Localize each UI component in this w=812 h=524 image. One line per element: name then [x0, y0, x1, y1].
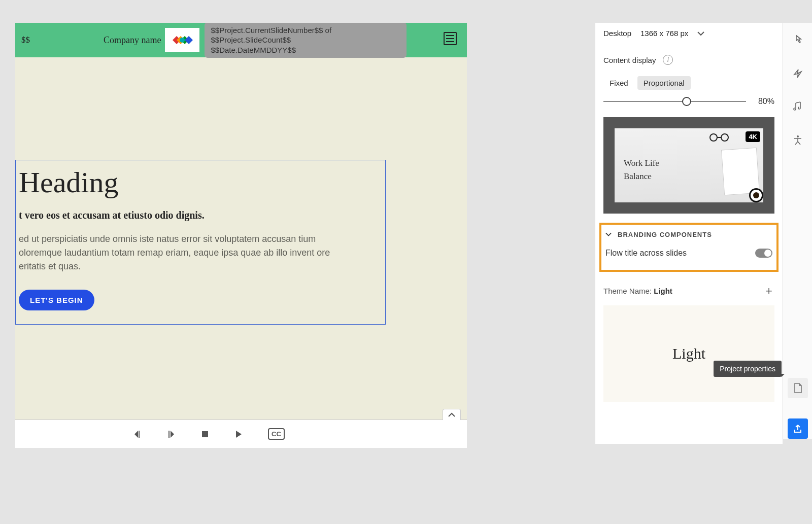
prev-slide-button[interactable] [132, 429, 142, 439]
device-selector[interactable]: Desktop 1366 x 768 px [595, 23, 783, 44]
device-label: Desktop [603, 29, 631, 38]
svg-rect-5 [139, 431, 140, 438]
device-size: 1366 x 768 px [640, 29, 688, 38]
slider-knob[interactable] [682, 97, 691, 106]
interactions-icon[interactable] [791, 33, 804, 46]
header-left-variable: $$ [21, 35, 30, 45]
slide-meta-variables: $$Project.CurrentSlideNumber$$ of $$Proj… [205, 23, 407, 58]
chevron-down-icon[interactable] [605, 231, 612, 238]
content-display-label: Content display [603, 56, 656, 64]
branding-components-section: BRANDING COMPONENTS Flow title across sl… [599, 223, 779, 272]
svg-rect-6 [168, 431, 170, 438]
project-properties-tooltip: Project properties [714, 361, 782, 377]
slide-header-bar: $$ Company name $$Project.CurrentSlideNu… [15, 23, 467, 57]
theme-swatch[interactable]: Light [603, 305, 774, 402]
flow-title-label: Flow title across slides [605, 249, 687, 258]
right-toolbar [783, 23, 812, 439]
hamburger-menu-icon[interactable] [444, 32, 457, 45]
flow-title-toggle[interactable] [755, 249, 772, 258]
cc-button[interactable]: CC [268, 428, 285, 440]
resolution-badge: 4K [746, 131, 760, 142]
slide-heading[interactable]: Heading [19, 165, 385, 199]
meta-line-1: $$Project.CurrentSlideNumber$$ of $$Proj… [211, 25, 400, 45]
meta-line-2: $$Date.DateMMDDYY$$ [211, 45, 400, 55]
properties-panel: Desktop 1366 x 768 px Content display i … [595, 23, 783, 444]
theme-name-value: Light [654, 287, 672, 295]
project-properties-button[interactable] [788, 378, 808, 398]
lets-begin-button[interactable]: LET'S BEGIN [19, 290, 94, 310]
slide-body-text[interactable]: ed ut perspiciatis unde omnis iste natus… [19, 232, 356, 273]
theme-name-label: Theme Name: [603, 287, 652, 295]
share-button[interactable] [788, 418, 808, 439]
scale-value: 80% [758, 97, 774, 106]
playbar-expand-caret[interactable] [443, 409, 461, 420]
svg-point-4 [180, 38, 185, 43]
preview-playbar: CC [15, 420, 467, 448]
chevron-down-icon [697, 29, 704, 38]
stop-button[interactable] [201, 430, 209, 438]
slide-preview-thumbnail: 4K Work LifeBalance [603, 117, 774, 214]
svg-point-8 [710, 134, 717, 141]
slide-canvas: $$ Company name $$Project.CurrentSlideNu… [15, 23, 467, 439]
company-name-label: Company name [104, 35, 161, 46]
selected-text-block[interactable]: Heading t vero eos et accusam at etiusto… [15, 160, 386, 325]
svg-rect-7 [202, 431, 208, 437]
branding-header: BRANDING COMPONENTS [618, 231, 712, 238]
slide-subhead[interactable]: t vero eos et accusam at etiusto odio di… [19, 209, 385, 221]
company-logo [165, 28, 199, 52]
add-theme-button[interactable]: ＋ [763, 283, 774, 298]
svg-point-11 [797, 135, 799, 137]
triggers-icon[interactable] [791, 66, 804, 80]
seg-fixed-button[interactable]: Fixed [603, 76, 634, 90]
audio-icon[interactable] [791, 100, 804, 113]
next-frame-button[interactable] [166, 429, 177, 439]
seg-proportional-button[interactable]: Proportional [637, 76, 691, 90]
info-icon[interactable]: i [663, 55, 673, 65]
svg-point-9 [721, 134, 728, 141]
scale-slider[interactable] [603, 101, 746, 102]
play-button[interactable] [233, 429, 244, 439]
accessibility-icon[interactable] [791, 133, 804, 147]
preview-title: Work LifeBalance [624, 157, 659, 184]
